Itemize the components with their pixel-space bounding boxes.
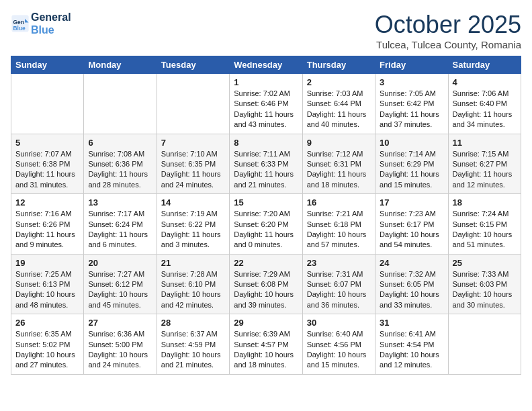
calendar-cell: 11Sunrise: 7:15 AM Sunset: 6:27 PM Dayli… [448,134,521,194]
cell-content: Sunrise: 7:08 AM Sunset: 6:36 PM Dayligh… [88,149,152,191]
day-header-monday: Monday [84,56,157,74]
cell-content: Sunrise: 7:31 AM Sunset: 6:07 PM Dayligh… [307,269,371,311]
calendar-cell [157,74,229,134]
calendar-cell: 25Sunrise: 7:33 AM Sunset: 6:03 PM Dayli… [448,254,521,314]
cell-content: Sunrise: 6:36 AM Sunset: 5:00 PM Dayligh… [88,329,152,371]
cell-content: Sunrise: 7:02 AM Sunset: 6:46 PM Dayligh… [234,89,298,130]
day-number: 23 [307,258,371,268]
day-number: 12 [15,197,79,208]
cell-content: Sunrise: 7:07 AM Sunset: 6:38 PM Dayligh… [15,149,79,191]
calendar-cell: 23Sunrise: 7:31 AM Sunset: 6:07 PM Dayli… [302,254,375,314]
day-number: 21 [161,258,225,268]
day-number: 8 [234,138,298,148]
cell-content: Sunrise: 6:40 AM Sunset: 4:56 PM Dayligh… [307,329,371,371]
logo-line1: General [31,11,71,24]
day-number: 4 [453,77,517,87]
calendar-week-row: 5Sunrise: 7:07 AM Sunset: 6:38 PM Daylig… [11,134,521,194]
cell-content: Sunrise: 7:19 AM Sunset: 6:22 PM Dayligh… [161,209,225,250]
month-title: October 2025 [375,11,521,39]
cell-content: Sunrise: 7:20 AM Sunset: 6:20 PM Dayligh… [234,209,298,250]
calendar-cell [448,314,521,375]
calendar-cell: 26Sunrise: 6:35 AM Sunset: 5:02 PM Dayli… [11,314,84,375]
calendar-cell: 7Sunrise: 7:10 AM Sunset: 6:35 PM Daylig… [157,134,229,194]
day-number: 13 [88,197,152,208]
cell-content: Sunrise: 7:33 AM Sunset: 6:03 PM Dayligh… [453,269,517,311]
calendar-cell: 13Sunrise: 7:17 AM Sunset: 6:24 PM Dayli… [84,194,157,255]
day-number: 29 [234,318,298,328]
cell-content: Sunrise: 7:03 AM Sunset: 6:44 PM Dayligh… [307,89,371,130]
calendar-cell: 17Sunrise: 7:23 AM Sunset: 6:17 PM Dayli… [375,194,448,255]
day-number: 22 [234,258,298,268]
day-number: 18 [453,197,517,208]
cell-content: Sunrise: 7:12 AM Sunset: 6:31 PM Dayligh… [307,149,371,191]
calendar-cell: 31Sunrise: 6:41 AM Sunset: 4:54 PM Dayli… [375,314,448,375]
day-number: 3 [380,77,443,87]
day-number: 1 [234,77,298,87]
day-number: 6 [88,138,152,148]
calendar-cell: 20Sunrise: 7:27 AM Sunset: 6:12 PM Dayli… [84,254,157,314]
cell-content: Sunrise: 7:15 AM Sunset: 6:27 PM Dayligh… [453,149,517,191]
title-block: October 2025 Tulcea, Tulcea County, Roma… [375,11,521,50]
day-header-friday: Friday [375,56,448,74]
calendar-cell [84,74,157,134]
calendar-cell: 27Sunrise: 6:36 AM Sunset: 5:00 PM Dayli… [84,314,157,375]
page-header: Gen Blue General Blue October 2025 Tulce… [11,11,521,50]
day-header-tuesday: Tuesday [157,56,229,74]
cell-content: Sunrise: 7:11 AM Sunset: 6:33 PM Dayligh… [234,149,298,191]
calendar-cell: 19Sunrise: 7:25 AM Sunset: 6:13 PM Dayli… [11,254,84,314]
calendar-cell: 15Sunrise: 7:20 AM Sunset: 6:20 PM Dayli… [230,194,302,255]
calendar-cell: 24Sunrise: 7:32 AM Sunset: 6:05 PM Dayli… [375,254,448,314]
logo-icon: Gen Blue [11,14,30,33]
day-number: 19 [15,258,79,268]
cell-content: Sunrise: 7:29 AM Sunset: 6:08 PM Dayligh… [234,269,298,311]
day-number: 27 [88,318,152,328]
calendar-header-row: SundayMondayTuesdayWednesdayThursdayFrid… [11,56,521,74]
day-number: 24 [380,258,443,268]
day-number: 10 [380,138,443,148]
calendar-cell [11,74,84,134]
cell-content: Sunrise: 7:27 AM Sunset: 6:12 PM Dayligh… [88,269,152,311]
calendar-cell: 5Sunrise: 7:07 AM Sunset: 6:38 PM Daylig… [11,134,84,194]
cell-content: Sunrise: 7:14 AM Sunset: 6:29 PM Dayligh… [380,149,443,191]
calendar-table: SundayMondayTuesdayWednesdayThursdayFrid… [11,56,521,375]
calendar-cell: 8Sunrise: 7:11 AM Sunset: 6:33 PM Daylig… [230,134,302,194]
calendar-week-row: 19Sunrise: 7:25 AM Sunset: 6:13 PM Dayli… [11,254,521,314]
cell-content: Sunrise: 7:10 AM Sunset: 6:35 PM Dayligh… [161,149,225,191]
day-number: 11 [453,138,517,148]
calendar-cell: 28Sunrise: 6:37 AM Sunset: 4:59 PM Dayli… [157,314,229,375]
cell-content: Sunrise: 7:06 AM Sunset: 6:40 PM Dayligh… [453,89,517,130]
cell-content: Sunrise: 7:16 AM Sunset: 6:26 PM Dayligh… [15,209,79,250]
day-number: 16 [307,197,371,208]
day-number: 14 [161,197,225,208]
day-number: 2 [307,77,371,87]
day-number: 15 [234,197,298,208]
calendar-cell: 16Sunrise: 7:21 AM Sunset: 6:18 PM Dayli… [302,194,375,255]
day-number: 20 [88,258,152,268]
day-header-saturday: Saturday [448,56,521,74]
cell-content: Sunrise: 7:17 AM Sunset: 6:24 PM Dayligh… [88,209,152,250]
calendar-cell: 2Sunrise: 7:03 AM Sunset: 6:44 PM Daylig… [302,74,375,134]
calendar-cell: 18Sunrise: 7:24 AM Sunset: 6:15 PM Dayli… [448,194,521,255]
calendar-week-row: 26Sunrise: 6:35 AM Sunset: 5:02 PM Dayli… [11,314,521,375]
calendar-cell: 12Sunrise: 7:16 AM Sunset: 6:26 PM Dayli… [11,194,84,255]
day-header-sunday: Sunday [11,56,84,74]
cell-content: Sunrise: 7:32 AM Sunset: 6:05 PM Dayligh… [380,269,443,311]
calendar-cell: 6Sunrise: 7:08 AM Sunset: 6:36 PM Daylig… [84,134,157,194]
calendar-cell: 29Sunrise: 6:39 AM Sunset: 4:57 PM Dayli… [230,314,302,375]
day-number: 28 [161,318,225,328]
day-number: 5 [15,138,79,148]
calendar-cell: 22Sunrise: 7:29 AM Sunset: 6:08 PM Dayli… [230,254,302,314]
cell-content: Sunrise: 6:41 AM Sunset: 4:54 PM Dayligh… [380,329,443,371]
calendar-cell: 3Sunrise: 7:05 AM Sunset: 6:42 PM Daylig… [375,74,448,134]
calendar-cell: 1Sunrise: 7:02 AM Sunset: 6:46 PM Daylig… [230,74,302,134]
calendar-week-row: 12Sunrise: 7:16 AM Sunset: 6:26 PM Dayli… [11,194,521,255]
svg-text:Blue: Blue [13,25,26,32]
day-number: 9 [307,138,371,148]
logo-line2: Blue [31,24,71,36]
cell-content: Sunrise: 7:05 AM Sunset: 6:42 PM Dayligh… [380,89,443,130]
day-number: 25 [453,258,517,268]
calendar-cell: 9Sunrise: 7:12 AM Sunset: 6:31 PM Daylig… [302,134,375,194]
cell-content: Sunrise: 6:37 AM Sunset: 4:59 PM Dayligh… [161,329,225,371]
day-number: 30 [307,318,371,328]
day-header-thursday: Thursday [302,56,375,74]
